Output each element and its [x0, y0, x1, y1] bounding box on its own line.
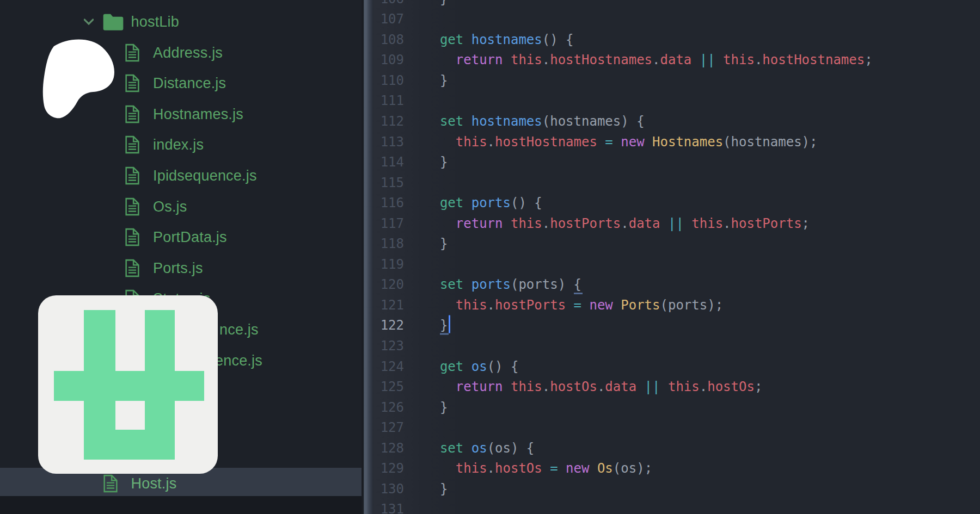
line-number[interactable]: 124 — [373, 359, 404, 374]
line-number[interactable]: 108 — [373, 32, 404, 47]
line-number[interactable]: 127 — [373, 420, 404, 435]
code-text: set hostnames(hostnames) { — [424, 114, 645, 129]
file-icon — [124, 105, 140, 123]
tree-item-portdata-js[interactable]: PortData.js — [0, 223, 362, 251]
code-text: set ports(ports) { — [424, 277, 581, 292]
code-line[interactable]: 125 return this.hostOs.data || this.host… — [373, 376, 980, 397]
line-number[interactable]: 107 — [373, 11, 404, 27]
code-line[interactable]: 109 return this.hostHostnames.data || th… — [373, 49, 980, 70]
logo-badge-overlay — [38, 295, 218, 474]
code-editor[interactable]: 106 }107108 get hostnames() {109 return … — [373, 0, 980, 514]
line-number[interactable]: 113 — [373, 134, 404, 150]
code-line[interactable]: 130 } — [373, 479, 980, 499]
line-number[interactable]: 126 — [373, 400, 404, 415]
code-line[interactable]: 128 set os(os) { — [373, 438, 980, 459]
code-line[interactable]: 124 get os() { — [373, 356, 980, 377]
code-text: } — [424, 481, 448, 497]
code-line[interactable]: 114 } — [373, 152, 980, 172]
code-text: } — [424, 0, 448, 7]
code-text: this.hostOs = new Os(os); — [424, 461, 652, 476]
code-line[interactable]: 108 get hostnames() { — [373, 29, 980, 50]
line-number[interactable]: 110 — [373, 73, 404, 88]
code-line[interactable]: 127 — [373, 417, 980, 438]
code-line[interactable]: 117 return this.hostPorts.data || this.h… — [373, 213, 980, 234]
code-line[interactable]: 126 } — [373, 397, 980, 418]
code-text: return this.hostOs.data || this.hostOs; — [424, 379, 762, 394]
file-icon — [124, 135, 140, 154]
chevron-down-icon[interactable] — [84, 18, 94, 25]
line-number[interactable]: 121 — [373, 298, 404, 313]
line-number[interactable]: 120 — [373, 277, 404, 292]
code-line[interactable]: 106 } — [373, 0, 980, 9]
file-icon — [124, 197, 140, 216]
tree-item-index-js[interactable]: index.js — [0, 131, 362, 159]
tree-item-label: Os.js — [153, 198, 187, 215]
line-number[interactable]: 129 — [373, 461, 404, 476]
line-number[interactable]: 118 — [373, 236, 404, 251]
hash-logo-icon — [38, 295, 218, 474]
code-text: } — [424, 236, 448, 251]
tree-item-label: Address.js — [153, 44, 223, 61]
file-icon — [124, 228, 140, 246]
line-number[interactable]: 131 — [373, 501, 404, 514]
line-number[interactable]: 109 — [373, 52, 404, 67]
panel-resize-divider[interactable] — [362, 0, 373, 514]
line-number[interactable]: 125 — [373, 379, 404, 394]
file-icon — [124, 166, 140, 185]
code-line[interactable]: 115 — [373, 172, 980, 193]
bracket-match-underline: { — [574, 277, 581, 292]
code-line[interactable]: 113 this.hostHostnames = new Hostnames(h… — [373, 132, 980, 152]
line-number[interactable]: 115 — [373, 175, 404, 190]
code-line[interactable]: 131 — [373, 499, 980, 514]
code-line[interactable]: 119 — [373, 254, 980, 275]
line-number[interactable]: 117 — [373, 216, 404, 231]
code-text: get os() { — [424, 359, 518, 374]
bracket-match-underline: } — [440, 317, 448, 332]
code-text: this.hostPorts = new Ports(ports); — [424, 298, 723, 313]
code-line[interactable]: 123 — [373, 336, 980, 356]
folder-icon — [102, 13, 124, 30]
code-text: } — [424, 400, 448, 415]
tree-item-os-js[interactable]: Os.js — [0, 193, 362, 221]
code-line[interactable]: 116 get ports() { — [373, 193, 980, 213]
code-line[interactable]: 110 } — [373, 70, 980, 91]
line-number[interactable]: 111 — [373, 93, 404, 108]
code-text: set os(os) { — [424, 441, 534, 456]
tree-item-ports-js[interactable]: Ports.js — [0, 254, 362, 282]
code-text: this.hostHostnames = new Hostnames(hostn… — [424, 134, 818, 150]
line-number[interactable]: 122 — [373, 318, 404, 333]
code-text: get hostnames() { — [424, 32, 574, 47]
code-line[interactable]: 122 } — [373, 315, 980, 336]
code-text: get ports() { — [424, 195, 542, 210]
tree-item-label: nce.js — [219, 321, 259, 338]
tree-item-label: Ports.js — [153, 259, 203, 276]
code-line[interactable]: 129 this.hostOs = new Os(os); — [373, 458, 980, 479]
line-number[interactable]: 106 — [373, 0, 404, 7]
file-icon — [124, 44, 140, 62]
code-line[interactable]: 112 set hostnames(hostnames) { — [373, 111, 980, 132]
tree-item-label: PortData.js — [153, 229, 227, 246]
code-text: return this.hostPorts.data || this.hostP… — [424, 216, 810, 231]
text-cursor — [449, 315, 450, 333]
code-line[interactable]: 111 — [373, 90, 980, 111]
line-number[interactable]: 116 — [373, 195, 404, 210]
line-number[interactable]: 112 — [373, 114, 404, 129]
line-number[interactable]: 123 — [373, 338, 404, 354]
white-blob-overlay — [42, 39, 115, 119]
file-icon — [102, 474, 119, 493]
tree-item-ipidsequence-js[interactable]: Ipidsequence.js — [0, 162, 362, 190]
code-line[interactable]: 107 — [373, 9, 980, 29]
tree-item-hostlib[interactable]: hostLib — [0, 8, 362, 36]
code-line[interactable]: 121 this.hostPorts = new Ports(ports); — [373, 295, 980, 315]
code-text: } — [424, 73, 448, 88]
code-text: return this.hostHostnames.data || this.h… — [424, 52, 873, 67]
line-number[interactable]: 130 — [373, 481, 404, 497]
code-line[interactable]: 120 set ports(ports) { — [373, 274, 980, 295]
code-text: } — [424, 154, 448, 170]
line-number[interactable]: 114 — [373, 154, 404, 170]
code-line[interactable]: 118 } — [373, 233, 980, 254]
line-number[interactable]: 119 — [373, 257, 404, 272]
line-number[interactable]: 128 — [373, 441, 404, 456]
code-editor-window: hostLibAddress.jsDistance.jsHostnames.js… — [0, 0, 980, 514]
tree-item-label: index.js — [153, 137, 204, 153]
